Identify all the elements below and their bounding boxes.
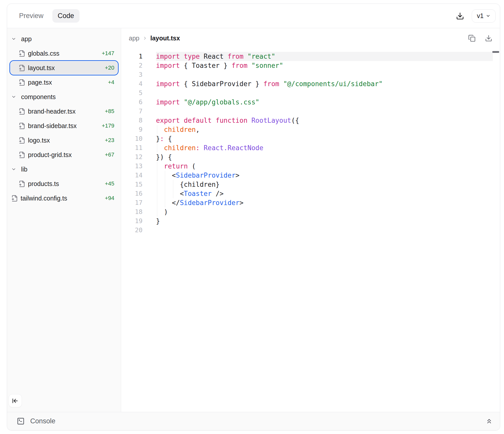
code-line: 2import { Toaster } from "sonner" xyxy=(121,61,493,70)
code-toolbar: app layout.tsx xyxy=(121,28,500,48)
line-number: 20 xyxy=(121,226,143,235)
breadcrumb-folder[interactable]: app xyxy=(129,35,139,42)
sidebar-file-layout.tsx[interactable]: layout.tsx+20 xyxy=(11,61,117,74)
line-number: 3 xyxy=(121,70,143,79)
line-number: 11 xyxy=(121,143,143,152)
sidebar-folder-components[interactable]: components xyxy=(11,90,117,103)
file-plus-icon xyxy=(19,180,25,187)
line-content: }: { xyxy=(156,134,493,143)
file-label: layout.tsx xyxy=(28,64,55,72)
line-number: 14 xyxy=(121,171,143,180)
code-line: 16<Toaster /> xyxy=(121,189,493,198)
download-file-button[interactable] xyxy=(484,34,493,43)
code-line: 5 xyxy=(121,88,493,98)
main-area: appglobals.css+147layout.tsx+20page.tsx+… xyxy=(7,28,500,412)
line-number: 6 xyxy=(121,98,143,107)
breadcrumb: app layout.tsx xyxy=(129,35,180,42)
file-actions xyxy=(467,34,493,43)
line-number: 18 xyxy=(121,207,143,216)
code-line: 1import type React from "react" xyxy=(121,52,493,61)
line-content: {children} xyxy=(156,180,493,189)
copy-code-button[interactable] xyxy=(467,34,477,43)
code-lines: 1import type React from "react"2import {… xyxy=(121,52,493,235)
line-content: </SidebarProvider> xyxy=(156,198,493,207)
chevron-down-icon xyxy=(486,13,491,18)
line-number: 10 xyxy=(121,134,143,143)
sidebar-file-globals.css[interactable]: globals.css+147 xyxy=(11,47,117,60)
header-actions: v1 xyxy=(455,9,496,23)
file-plus-icon xyxy=(19,137,25,144)
line-content xyxy=(156,107,493,116)
code-workspace-panel: Preview Code v1 appglobals.css+147layout… xyxy=(7,4,500,430)
diff-added-count: +20 xyxy=(105,65,117,71)
line-content: children, xyxy=(156,125,493,134)
collapse-sidebar-button[interactable] xyxy=(9,394,22,407)
version-selector[interactable]: v1 xyxy=(472,9,496,23)
code-line: 17</SidebarProvider> xyxy=(121,198,493,207)
view-tabs: Preview Code xyxy=(14,9,80,23)
line-number: 9 xyxy=(121,125,143,134)
line-content: ) xyxy=(156,207,493,216)
expand-console-button[interactable] xyxy=(484,416,494,426)
diff-added-count: +94 xyxy=(105,195,117,202)
sidebar-folder-app[interactable]: app xyxy=(11,33,117,45)
code-editor: 1import type React from "react"2import {… xyxy=(121,48,500,412)
file-label: brand-header.tsx xyxy=(28,108,76,115)
line-content: import type React from "react" xyxy=(156,52,493,61)
file-plus-icon xyxy=(19,65,25,71)
line-number: 2 xyxy=(121,61,143,70)
sidebar-file-brand-header.tsx[interactable]: brand-header.tsx+85 xyxy=(11,105,117,118)
code-line: 6import "@/app/globals.css" xyxy=(121,98,493,107)
line-number: 13 xyxy=(121,162,143,171)
line-number: 4 xyxy=(121,79,143,88)
code-line: 3 xyxy=(121,70,493,79)
line-content: export default function RootLayout({ xyxy=(156,116,493,125)
sidebar-file-page.tsx[interactable]: page.tsx+4 xyxy=(11,76,117,89)
line-number: 17 xyxy=(121,198,143,207)
chevron-down-icon xyxy=(11,167,16,172)
line-content: }) { xyxy=(156,152,493,162)
tab-code[interactable]: Code xyxy=(52,9,80,23)
line-content: import { SidebarProvider } from "@/compo… xyxy=(156,79,493,88)
diff-added-count: +4 xyxy=(108,79,117,86)
code-line: 20 xyxy=(121,226,493,235)
line-number: 16 xyxy=(121,189,143,198)
scrollbar-thumb[interactable] xyxy=(492,51,499,53)
diff-added-count: +67 xyxy=(105,151,117,158)
file-tree: appglobals.css+147layout.tsx+20page.tsx+… xyxy=(7,28,121,206)
line-number: 12 xyxy=(121,152,143,162)
line-number: 15 xyxy=(121,180,143,189)
diff-added-count: +23 xyxy=(105,137,117,144)
sidebar-file-brand-sidebar.tsx[interactable]: brand-sidebar.tsx+179 xyxy=(11,119,117,132)
folder-label: lib xyxy=(21,166,27,173)
sidebar-file-tailwind.config.ts[interactable]: tailwind.config.ts+94 xyxy=(11,192,117,205)
line-content: import { Toaster } from "sonner" xyxy=(156,61,493,70)
sidebar-file-products.ts[interactable]: products.ts+45 xyxy=(11,177,117,190)
tab-preview[interactable]: Preview xyxy=(14,9,49,23)
download-icon xyxy=(456,12,464,20)
file-tree-sidebar: appglobals.css+147layout.tsx+20page.tsx+… xyxy=(7,28,121,412)
console-toggle: Console xyxy=(17,417,55,425)
code-line: 15{children} xyxy=(121,180,493,189)
line-number: 7 xyxy=(121,107,143,116)
sidebar-file-product-grid.tsx[interactable]: product-grid.tsx+67 xyxy=(11,148,117,161)
line-number: 5 xyxy=(121,88,143,98)
file-plus-icon xyxy=(19,151,25,158)
line-content: children: React.ReactNode xyxy=(156,143,493,152)
line-content xyxy=(156,88,493,98)
file-label: logo.tsx xyxy=(28,137,50,144)
file-plus-icon xyxy=(19,79,25,86)
sidebar-file-logo.tsx[interactable]: logo.tsx+23 xyxy=(11,134,117,147)
line-content xyxy=(156,226,493,235)
console-bar[interactable]: Console xyxy=(7,412,500,430)
code-line: 13return ( xyxy=(121,162,493,171)
terminal-icon xyxy=(17,417,25,425)
chevron-down-icon xyxy=(11,36,16,41)
version-label: v1 xyxy=(477,12,483,20)
code-panel: app layout.tsx 1import type React from "… xyxy=(121,28,500,412)
line-content xyxy=(156,70,493,79)
file-plus-icon xyxy=(11,195,18,202)
sidebar-folder-lib[interactable]: lib xyxy=(11,163,117,176)
download-project-button[interactable] xyxy=(455,11,465,21)
chevrons-up-icon xyxy=(485,417,493,425)
